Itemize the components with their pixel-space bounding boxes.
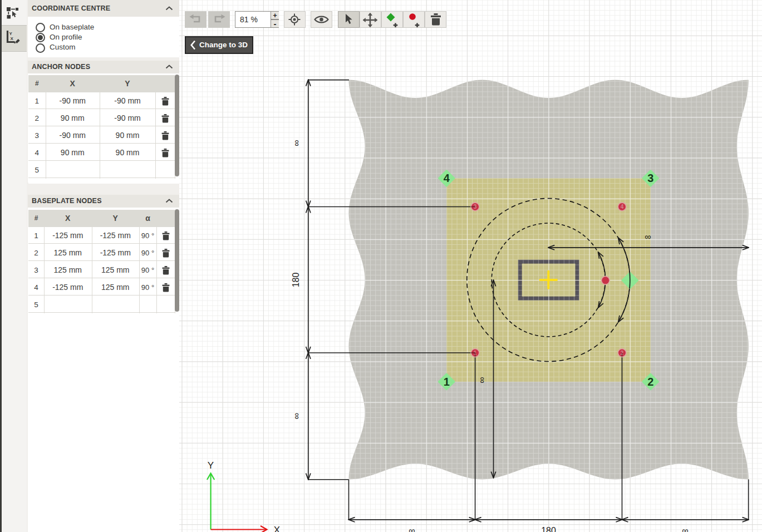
svg-text:∞: ∞ (292, 140, 301, 146)
svg-text:180: 180 (541, 526, 556, 532)
svg-text:Y: Y (208, 460, 214, 471)
svg-text:∞: ∞ (477, 377, 486, 383)
svg-text:4: 4 (621, 204, 624, 210)
svg-text:∞: ∞ (682, 526, 688, 532)
svg-text:X: X (11, 36, 14, 41)
svg-text:4: 4 (444, 172, 450, 184)
svg-text:180: 180 (291, 273, 301, 288)
svg-text:3: 3 (647, 172, 653, 184)
svg-text:1: 1 (444, 376, 450, 388)
svg-text:∞: ∞ (645, 232, 651, 242)
svg-text:Y: Y (9, 31, 13, 36)
svg-text:2: 2 (647, 376, 653, 388)
svg-text:X: X (274, 525, 280, 532)
svg-text:∞: ∞ (409, 526, 415, 532)
svg-text:∞: ∞ (292, 413, 301, 419)
